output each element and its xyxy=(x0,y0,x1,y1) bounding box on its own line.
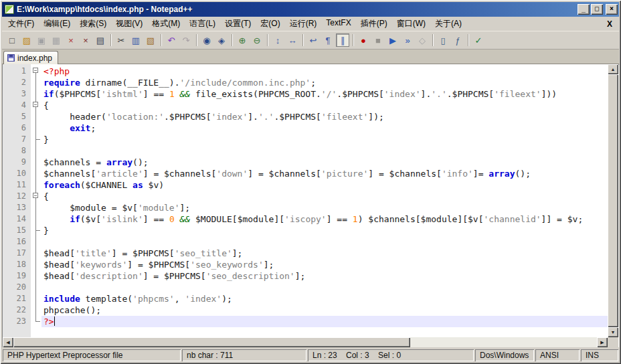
menu-item[interactable]: 关于(A) xyxy=(430,17,466,31)
scroll-up-arrow[interactable]: ▲ xyxy=(608,64,618,74)
horizontal-scroll-thumb[interactable] xyxy=(13,337,410,347)
line-number[interactable]: 5 xyxy=(3,111,31,122)
status-encoding[interactable]: ANSI xyxy=(535,349,580,361)
editor-line[interactable]: 8 xyxy=(3,145,608,157)
line-number[interactable]: 4 xyxy=(3,100,31,111)
editor-line[interactable]: 19$head['description'] = $PHPCMS['seo_de… xyxy=(3,270,608,282)
line-number[interactable]: 17 xyxy=(3,248,31,259)
menu-item[interactable]: 窗口(W) xyxy=(392,17,430,31)
editor-line[interactable]: 21include template('phpcms', 'index'); xyxy=(3,293,608,304)
title-bar[interactable]: E:\Work\xampp\htdocs\index.php - Notepad… xyxy=(2,2,619,17)
editor-line[interactable]: 15} xyxy=(3,225,608,236)
vertical-scrollbar[interactable]: ▲ ▼ xyxy=(608,64,618,337)
editor-line[interactable]: 3if($PHPCMS['ishtml'] == 1 && file_exist… xyxy=(3,88,608,100)
show-all-chars-icon[interactable]: ¶ xyxy=(321,33,335,47)
fold-toggle-icon[interactable] xyxy=(31,100,41,111)
line-number[interactable]: 22 xyxy=(3,304,31,316)
editor-line[interactable]: 20 xyxy=(3,282,608,293)
line-number[interactable]: 16 xyxy=(3,236,31,248)
editor-line[interactable]: 12{ xyxy=(3,191,608,202)
line-number[interactable]: 20 xyxy=(3,282,31,293)
close-file-icon[interactable]: × xyxy=(64,33,78,47)
editor-line[interactable]: 4{ xyxy=(3,100,608,111)
editor-lines[interactable]: 1<?php2require dirname(__FILE__).'/inclu… xyxy=(3,64,608,337)
menu-item[interactable]: 插件(P) xyxy=(356,17,392,31)
menu-item[interactable]: 编辑(E) xyxy=(39,17,75,31)
function-list-icon[interactable]: ƒ xyxy=(451,33,464,47)
line-number[interactable]: 2 xyxy=(3,77,31,88)
indent-guide-icon[interactable]: ∥ xyxy=(336,33,349,47)
maximize-button[interactable]: □ xyxy=(591,4,603,15)
menu-item[interactable]: 搜索(S) xyxy=(75,17,111,31)
scroll-down-arrow[interactable]: ▼ xyxy=(608,327,618,337)
line-number[interactable]: 6 xyxy=(3,122,31,134)
line-number[interactable]: 19 xyxy=(3,270,31,282)
vertical-scroll-track[interactable] xyxy=(608,74,618,327)
new-file-icon[interactable]: □ xyxy=(5,33,19,47)
line-number[interactable]: 14 xyxy=(3,213,31,225)
vertical-scroll-thumb[interactable] xyxy=(608,74,618,327)
editor-line[interactable]: 16 xyxy=(3,236,608,248)
replace-icon[interactable]: ◈ xyxy=(215,33,228,47)
editor-line[interactable]: 7} xyxy=(3,134,608,145)
editor-line[interactable]: 22phpcache(); xyxy=(3,304,608,316)
line-number[interactable]: 8 xyxy=(3,145,31,157)
save-all-icon[interactable]: ▦ xyxy=(50,33,63,47)
line-number[interactable]: 13 xyxy=(3,202,31,213)
doc-map-icon[interactable]: ▯ xyxy=(436,33,450,47)
editor-line[interactable]: 10$channels['article'] = $channels['down… xyxy=(3,168,608,179)
fold-toggle-icon[interactable] xyxy=(31,66,41,77)
zoom-out-icon[interactable]: ⊖ xyxy=(250,33,264,47)
editor-line[interactable]: 14 if($v['islink'] == 0 && $MODULE[$modu… xyxy=(3,213,608,225)
menu-close-document-button[interactable]: X xyxy=(602,19,618,29)
editor-line[interactable]: 9$channels = array(); xyxy=(3,157,608,168)
macro-run-multiple-icon[interactable]: » xyxy=(401,33,414,47)
macro-save-icon[interactable]: ◇ xyxy=(416,33,429,47)
line-number[interactable]: 10 xyxy=(3,168,31,179)
paste-icon[interactable]: ▧ xyxy=(144,33,157,47)
open-file-icon[interactable]: ▨ xyxy=(20,33,33,47)
menu-item[interactable]: 设置(T) xyxy=(220,17,256,31)
editor-line[interactable]: 6 exit; xyxy=(3,122,608,134)
macro-record-icon[interactable]: ● xyxy=(357,33,370,47)
editor-line[interactable]: 5 header('location:'.$PHPCMS['index'].'.… xyxy=(3,111,608,122)
menu-item[interactable]: 宏(O) xyxy=(256,17,284,31)
save-file-icon[interactable]: ▣ xyxy=(35,33,48,47)
close-all-icon[interactable]: × xyxy=(79,33,92,47)
editor-line[interactable]: 18$head['keywords'] = $PHPCMS['seo_keywo… xyxy=(3,259,608,270)
tab-index-php[interactable]: index.php xyxy=(3,51,58,64)
menu-item[interactable]: 文件(F) xyxy=(3,17,39,31)
horizontal-scroll-track[interactable] xyxy=(13,337,597,347)
line-number[interactable]: 18 xyxy=(3,259,31,270)
spell-check-icon[interactable]: ✓ xyxy=(472,33,485,47)
line-number[interactable]: 12 xyxy=(3,191,31,202)
editor-line[interactable]: 23?> xyxy=(3,316,608,327)
line-number[interactable]: 15 xyxy=(3,225,31,236)
menu-item[interactable]: 格式(M) xyxy=(147,17,185,31)
line-number[interactable]: 9 xyxy=(3,157,31,168)
zoom-in-icon[interactable]: ⊕ xyxy=(236,33,249,47)
status-insert-mode[interactable]: INS xyxy=(581,349,618,361)
line-number[interactable]: 23 xyxy=(3,316,31,327)
macro-stop-icon[interactable]: ■ xyxy=(371,33,385,47)
line-number[interactable]: 7 xyxy=(3,134,31,145)
menu-item[interactable]: TextFX xyxy=(321,17,355,31)
horizontal-scrollbar[interactable]: ◀ ▶ xyxy=(3,337,608,347)
editor-line[interactable]: 2require dirname(__FILE__).'/include/com… xyxy=(3,77,608,88)
fold-toggle-icon[interactable] xyxy=(31,191,41,202)
copy-icon[interactable]: ▥ xyxy=(129,33,143,47)
scroll-left-arrow[interactable]: ◀ xyxy=(3,337,13,347)
cut-icon[interactable]: ✂ xyxy=(114,33,128,47)
macro-play-icon[interactable]: ▶ xyxy=(386,33,400,47)
line-number[interactable]: 11 xyxy=(3,179,31,191)
editor-line[interactable]: 13 $module = $v['module']; xyxy=(3,202,608,213)
editor-line[interactable]: 11foreach($CHANNEL as $v) xyxy=(3,179,608,191)
line-number[interactable]: 1 xyxy=(3,66,31,77)
line-number[interactable]: 21 xyxy=(3,293,31,304)
find-icon[interactable]: ◉ xyxy=(200,33,213,47)
print-icon[interactable]: ▤ xyxy=(94,33,107,47)
minimize-button[interactable]: _ xyxy=(578,4,590,15)
editor-line[interactable]: 1<?php xyxy=(3,66,608,77)
notepadpp-icon[interactable] xyxy=(5,5,14,14)
line-number[interactable]: 3 xyxy=(3,88,31,100)
